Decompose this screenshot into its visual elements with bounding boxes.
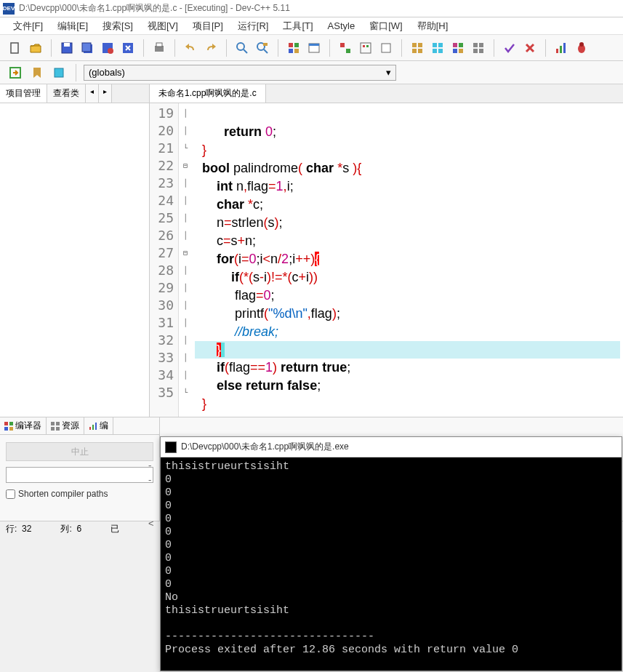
toolbar-2: (globals) ▾ xyxy=(0,61,623,84)
compile-run-icon[interactable] xyxy=(336,39,355,57)
find-icon[interactable] xyxy=(233,39,252,57)
svg-rect-2 xyxy=(64,43,70,47)
svg-rect-34 xyxy=(438,49,443,53)
goto-icon[interactable] xyxy=(6,63,25,82)
menu-help[interactable]: 帮助[H] xyxy=(410,18,456,34)
stop-button: 中止 xyxy=(6,442,153,461)
svg-rect-20 xyxy=(309,44,319,46)
toggle-icon[interactable] xyxy=(49,63,68,82)
svg-rect-53 xyxy=(9,427,13,431)
svg-rect-37 xyxy=(453,49,457,53)
grid3-icon[interactable] xyxy=(449,39,467,57)
run-icon[interactable] xyxy=(305,39,323,57)
debug-icon[interactable] xyxy=(377,39,395,57)
svg-point-10 xyxy=(237,43,244,50)
svg-rect-17 xyxy=(289,49,293,53)
svg-rect-4 xyxy=(82,43,91,52)
delete-icon[interactable] xyxy=(520,39,539,57)
project-tree xyxy=(0,103,149,417)
svg-rect-56 xyxy=(51,427,55,431)
tab-left-arrow[interactable]: ◂ xyxy=(86,84,99,103)
svg-rect-43 xyxy=(556,49,558,53)
console-icon xyxy=(165,441,177,453)
compile-icon[interactable] xyxy=(284,39,303,57)
bookmark-icon[interactable] xyxy=(28,63,47,82)
chart-icon[interactable] xyxy=(552,39,571,57)
save-as-icon[interactable] xyxy=(98,39,117,57)
menu-tools[interactable]: 工具[T] xyxy=(276,18,320,34)
status-line-label: 行: xyxy=(6,524,17,534)
grid2-icon[interactable] xyxy=(428,39,447,57)
shorten-paths-checkbox[interactable] xyxy=(6,489,15,499)
fold-column[interactable]: │ │ └ ⊟ │ │ │ │ ⊟ │ │ │ │ │ │ │ └ xyxy=(179,103,192,417)
grid1-icon[interactable] xyxy=(408,39,427,57)
file-tab[interactable]: 未命名1.cpp啊飒飒的是.c xyxy=(150,84,266,103)
svg-rect-29 xyxy=(412,49,417,53)
menu-project[interactable]: 项目[P] xyxy=(185,18,230,34)
shorten-paths-label: Shorten compiler paths xyxy=(18,489,108,499)
svg-rect-28 xyxy=(418,43,422,47)
save-all-icon[interactable] xyxy=(78,39,97,57)
code-editor[interactable]: return 0; } bool palindrome( char *s ){ … xyxy=(192,103,623,417)
console-titlebar[interactable]: D:\Devcpp\000\未命名1.cpp啊飒飒的是.exe xyxy=(161,437,622,457)
check-icon[interactable] xyxy=(500,39,519,57)
globals-dropdown[interactable]: (globals) ▾ xyxy=(84,65,396,81)
svg-rect-16 xyxy=(294,43,299,47)
svg-rect-31 xyxy=(433,43,437,47)
tab-resources[interactable]: 资源 xyxy=(47,417,84,434)
svg-rect-54 xyxy=(51,422,55,425)
svg-rect-45 xyxy=(563,43,566,53)
print-icon[interactable] xyxy=(150,39,169,57)
status-col-value: 6 xyxy=(76,524,81,534)
svg-rect-15 xyxy=(289,43,293,47)
svg-rect-24 xyxy=(363,45,365,47)
new-file-icon[interactable] xyxy=(6,39,25,57)
chevron-down-icon: ▾ xyxy=(386,67,391,78)
status-col-label: 列: xyxy=(60,524,71,534)
window-title: D:\Devcpp\000\未命名1.cpp啊飒飒的是.c - [Executi… xyxy=(19,2,290,15)
tab-classview[interactable]: 查看类 xyxy=(47,84,86,103)
status-extra: 已 xyxy=(110,523,119,535)
svg-rect-57 xyxy=(56,427,60,431)
svg-rect-59 xyxy=(92,425,94,430)
menu-search[interactable]: 搜索[S] xyxy=(95,18,140,34)
grid4-icon[interactable] xyxy=(469,39,488,57)
rebuild-icon[interactable] xyxy=(356,39,375,57)
tab-compilelog[interactable]: 编 xyxy=(84,417,113,434)
svg-rect-30 xyxy=(418,49,422,53)
close-icon[interactable] xyxy=(118,39,137,57)
svg-rect-27 xyxy=(412,43,417,47)
redo-icon[interactable] xyxy=(201,39,220,57)
bug-icon[interactable] xyxy=(572,39,591,57)
svg-rect-9 xyxy=(156,43,162,47)
open-icon[interactable] xyxy=(26,39,45,57)
svg-rect-35 xyxy=(453,43,457,47)
replace-icon[interactable] xyxy=(253,39,272,57)
svg-point-6 xyxy=(108,48,113,54)
tab-right-arrow[interactable]: ▸ xyxy=(99,84,112,103)
svg-rect-42 xyxy=(479,49,483,53)
menu-run[interactable]: 运行[R] xyxy=(230,18,276,34)
save-icon[interactable] xyxy=(57,39,76,57)
menu-window[interactable]: 窗口[W] xyxy=(362,18,410,34)
filter-input[interactable] xyxy=(6,467,153,483)
undo-icon[interactable] xyxy=(181,39,200,57)
svg-rect-23 xyxy=(361,43,371,53)
svg-rect-18 xyxy=(294,49,299,53)
menu-view[interactable]: 视图[V] xyxy=(140,18,185,34)
tab-project[interactable]: 项目管理 xyxy=(0,84,47,103)
menu-edit[interactable]: 编辑[E] xyxy=(50,18,95,34)
svg-rect-25 xyxy=(366,45,369,47)
line-gutter: 19 20 21 22 23 24 25 26 27 28 29 30 31 3… xyxy=(150,103,179,417)
tab-compiler[interactable]: 编译器 xyxy=(0,417,47,434)
title-bar: DEV D:\Devcpp\000\未命名1.cpp啊飒飒的是.c - [Exe… xyxy=(0,0,623,17)
console-window[interactable]: D:\Devcpp\000\未命名1.cpp啊飒飒的是.exe thisistr… xyxy=(160,436,622,671)
svg-point-47 xyxy=(579,42,584,47)
menu-astyle[interactable]: AStyle xyxy=(321,19,363,33)
scroll-collapse-marks: --< xyxy=(148,458,154,531)
menu-file[interactable]: 文件[F] xyxy=(6,18,50,34)
svg-rect-38 xyxy=(459,49,463,53)
svg-rect-33 xyxy=(433,49,437,53)
svg-line-13 xyxy=(264,49,268,53)
svg-rect-22 xyxy=(346,49,350,53)
